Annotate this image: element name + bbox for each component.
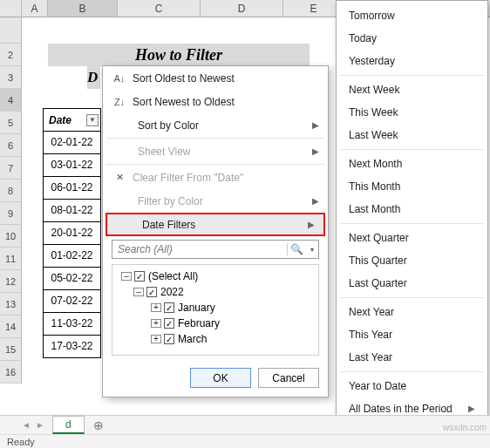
row-header-15[interactable]: 15 xyxy=(0,338,22,361)
checkbox-icon[interactable]: ✓ xyxy=(146,287,157,297)
row-header-1[interactable] xyxy=(0,17,22,44)
row-header-12[interactable]: 12 xyxy=(0,270,22,293)
month-label: March xyxy=(178,333,207,345)
row-header-13[interactable]: 13 xyxy=(0,293,22,316)
sort-desc-icon: Z↓ xyxy=(112,97,127,107)
submenu-tomorrow[interactable]: Tomorrow xyxy=(337,4,487,27)
checkbox-icon[interactable]: ✓ xyxy=(164,318,174,329)
submenu-last-week[interactable]: Last Week xyxy=(337,124,487,146)
col-header-D[interactable]: D xyxy=(201,0,283,17)
sort-newest-oldest[interactable]: Z↓ Sort Newest to Oldest xyxy=(103,90,328,113)
mi-label: Tomorrow xyxy=(349,4,395,27)
add-sheet-icon[interactable]: ⊕ xyxy=(90,418,107,432)
menu-separator xyxy=(340,223,484,224)
row-header-9[interactable]: 9 xyxy=(0,202,22,225)
row-header-4[interactable]: 4 xyxy=(0,89,22,112)
mi-label: Last Quarter xyxy=(349,272,407,295)
collapse-icon[interactable]: – xyxy=(133,288,144,296)
filter-buttons: OK Cancel xyxy=(103,361,328,397)
select-all-label: (Select All) xyxy=(148,270,198,282)
filter-color-label: Filter by Color xyxy=(138,195,203,207)
menu-separator xyxy=(106,164,324,165)
row-header-11[interactable]: 11 xyxy=(0,248,22,270)
date-cell[interactable]: 20-01-22 xyxy=(43,222,101,245)
date-cell[interactable]: 06-01-22 xyxy=(43,177,101,200)
tree-select-all[interactable]: –✓(Select All) xyxy=(114,268,316,284)
ok-button[interactable]: OK xyxy=(190,368,251,388)
date-filters[interactable]: Date Filters ▶ xyxy=(105,213,325,236)
tab-nav-next-icon[interactable]: ► xyxy=(33,420,47,430)
tree-year[interactable]: –✓2022 xyxy=(114,284,316,300)
search-icon[interactable]: 🔍 xyxy=(287,243,306,255)
row-header-2[interactable]: 2 xyxy=(0,44,22,66)
row-header-5[interactable]: 5 xyxy=(0,112,22,134)
row-header-8[interactable]: 8 xyxy=(0,180,22,202)
submenu-this-week[interactable]: This Week xyxy=(337,101,487,124)
month-label: January xyxy=(178,302,215,314)
sheet-tab[interactable]: d xyxy=(52,416,85,434)
date-column: Date ▼ 02-01-22 03-01-22 06-01-22 08-01-… xyxy=(43,108,101,358)
submenu-next-month[interactable]: Next Month xyxy=(337,153,487,175)
date-filters-label: Date Filters xyxy=(142,219,195,231)
submenu-last-month[interactable]: Last Month xyxy=(337,198,487,221)
sheet-view: Sheet View ▶ xyxy=(103,139,328,163)
watermark: wsxdn.com xyxy=(443,423,487,432)
mi-label: Year to Date xyxy=(349,375,406,397)
mi-label: Last Year xyxy=(349,346,392,369)
row-header-14[interactable]: 14 xyxy=(0,316,22,338)
submenu-next-quarter[interactable]: Next Quarter xyxy=(337,227,487,249)
submenu-next-year[interactable]: Next Year xyxy=(337,301,487,323)
mi-label: Next Month xyxy=(349,153,402,175)
collapse-icon[interactable]: – xyxy=(121,272,132,281)
date-cell[interactable]: 03-01-22 xyxy=(43,154,101,177)
row-header-3[interactable]: 3 xyxy=(0,66,22,89)
filter-values-tree[interactable]: –✓(Select All) –✓2022 +✓January +✓Februa… xyxy=(112,264,319,356)
submenu-next-week[interactable]: Next Week xyxy=(337,78,487,101)
search-dropdown-icon[interactable]: ▾ xyxy=(306,246,318,254)
submenu-this-month[interactable]: This Month xyxy=(337,175,487,198)
row-header-6[interactable]: 6 xyxy=(0,134,22,157)
date-cell[interactable]: 07-02-22 xyxy=(43,290,101,313)
date-cell[interactable]: 01-02-22 xyxy=(43,245,101,268)
row-header-7[interactable]: 7 xyxy=(0,157,22,180)
date-cell[interactable]: 08-01-22 xyxy=(43,200,101,222)
submenu-this-quarter[interactable]: This Quarter xyxy=(337,249,487,272)
col-header-A[interactable]: A xyxy=(22,0,48,17)
sort-oldest-newest[interactable]: A↓ Sort Oldest to Newest xyxy=(103,66,328,90)
sort-asc-icon: A↓ xyxy=(112,73,127,84)
tree-month[interactable]: +✓January xyxy=(114,300,316,316)
checkbox-icon[interactable]: ✓ xyxy=(164,334,174,344)
expand-icon[interactable]: + xyxy=(151,319,161,328)
expand-icon[interactable]: + xyxy=(151,303,161,312)
select-all-corner[interactable] xyxy=(0,0,22,17)
submenu-today[interactable]: Today xyxy=(337,27,487,50)
sort-by-color[interactable]: Sort by Color ▶ xyxy=(103,113,328,137)
tree-month[interactable]: +✓February xyxy=(114,316,316,331)
cancel-button[interactable]: Cancel xyxy=(258,368,319,388)
mi-label: This Year xyxy=(349,323,392,346)
date-cell[interactable]: 17-03-22 xyxy=(43,336,101,358)
checkbox-icon[interactable]: ✓ xyxy=(134,271,145,282)
mi-label: Last Month xyxy=(349,198,400,221)
chevron-right-icon: ▶ xyxy=(308,220,315,229)
col-header-B[interactable]: B xyxy=(48,0,118,17)
col-header-C[interactable]: C xyxy=(118,0,201,17)
filter-dropdown-panel: A↓ Sort Oldest to Newest Z↓ Sort Newest … xyxy=(102,65,329,397)
submenu-yesterday[interactable]: Yesterday xyxy=(337,50,487,72)
checkbox-icon[interactable]: ✓ xyxy=(164,302,174,313)
date-cell[interactable]: 11-03-22 xyxy=(43,313,101,336)
submenu-this-year[interactable]: This Year xyxy=(337,323,487,346)
submenu-last-year[interactable]: Last Year xyxy=(337,346,487,369)
submenu-last-quarter[interactable]: Last Quarter xyxy=(337,272,487,295)
date-cell[interactable]: 05-02-22 xyxy=(43,268,101,290)
submenu-year-to-date[interactable]: Year to Date xyxy=(337,375,487,397)
tree-month[interactable]: +✓March xyxy=(114,331,316,347)
filter-dropdown-icon[interactable]: ▼ xyxy=(86,114,99,126)
row-header-10[interactable]: 10 xyxy=(0,225,22,248)
date-cell[interactable]: 02-01-22 xyxy=(43,132,101,154)
filter-search-input[interactable] xyxy=(112,243,287,255)
tab-nav-prev-icon[interactable]: ◄ xyxy=(19,420,33,430)
expand-icon[interactable]: + xyxy=(151,335,161,343)
row-header-16[interactable]: 16 xyxy=(0,361,22,384)
date-header-cell[interactable]: Date ▼ xyxy=(43,108,101,132)
